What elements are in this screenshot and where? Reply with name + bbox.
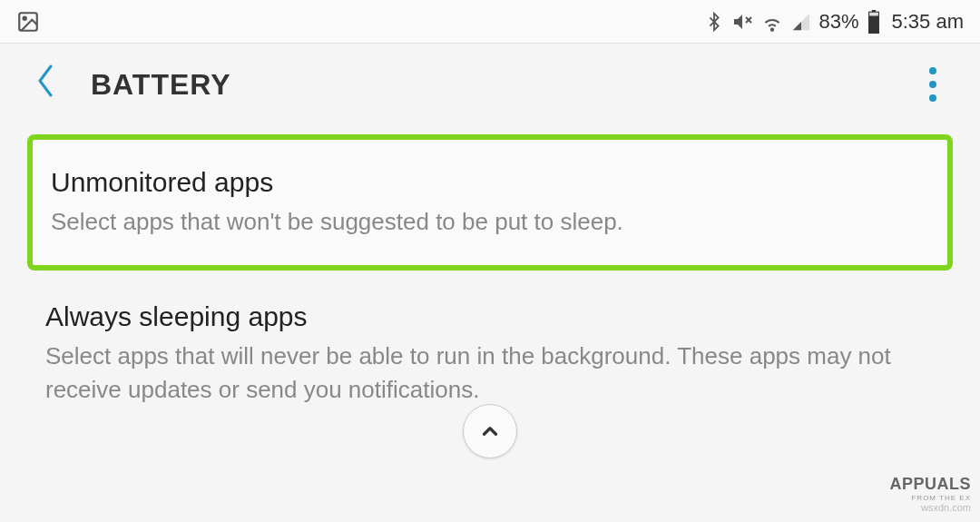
- image-placeholder-icon: [16, 10, 40, 34]
- svg-rect-7: [868, 15, 878, 34]
- signal-icon: [791, 12, 811, 32]
- svg-point-4: [771, 28, 773, 30]
- page-title: BATTERY: [91, 68, 231, 102]
- back-button[interactable]: [27, 63, 64, 107]
- setting-description: Select apps that won't be suggested to b…: [51, 205, 929, 238]
- status-bar: 83% 5:35 am: [0, 0, 980, 44]
- setting-description: Select apps that will never be able to r…: [45, 340, 935, 406]
- watermark: APPUALS FROM THE EX wsxdn.com: [889, 475, 971, 513]
- settings-content: Unmonitored apps Select apps that won't …: [0, 125, 980, 446]
- status-left-group: [16, 10, 40, 34]
- setting-title: Unmonitored apps: [51, 167, 929, 198]
- unmonitored-apps-item[interactable]: Unmonitored apps Select apps that won't …: [27, 134, 953, 271]
- wifi-icon: [760, 10, 784, 34]
- battery-icon: [867, 10, 881, 34]
- svg-point-1: [24, 16, 26, 19]
- battery-percent-text: 83%: [818, 10, 858, 34]
- overflow-menu-button[interactable]: [922, 60, 944, 109]
- mute-icon: [731, 11, 753, 33]
- clock-time: 5:35 am: [892, 10, 965, 34]
- watermark-tagline: FROM THE EX: [889, 494, 971, 502]
- watermark-brand: APPUALS: [889, 475, 971, 494]
- status-right-group: 83% 5:35 am: [704, 10, 964, 34]
- bluetooth-icon: [704, 12, 724, 32]
- watermark-url: wsxdn.com: [889, 502, 971, 513]
- collapse-button[interactable]: [463, 404, 517, 458]
- app-bar: BATTERY: [0, 44, 980, 125]
- setting-title: Always sleeping apps: [45, 301, 935, 332]
